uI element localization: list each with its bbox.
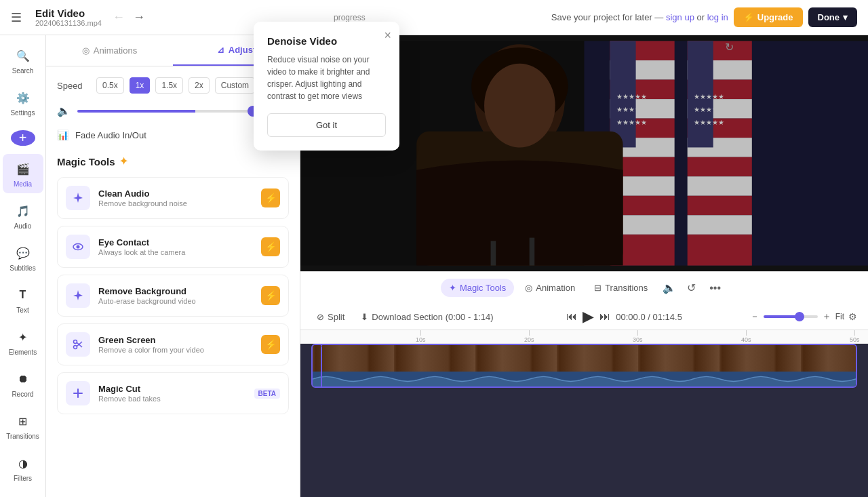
speed-1x[interactable]: 1x [130,77,151,94]
download-icon: ⬇ [361,312,368,322]
timeline-controls: ⊘ Split ⬇ Download Section (0:00 - 1:14)… [300,304,868,330]
magic-card-magic-cut[interactable]: Magic Cut Remove bad takes BETA [57,372,289,414]
upgrade-button[interactable]: ⚡ Upgrade [734,7,803,27]
denoise-modal: × Denoise Video Reduce visual noise on y… [254,22,399,151]
volume-toolbar-button[interactable]: 🔈 [658,277,680,298]
film-strip[interactable] [311,344,857,388]
eye-contact-info: Eye Contact Always look at the camera [98,237,253,256]
rewind-button[interactable]: ⏮ [566,311,577,323]
clean-audio-info: Clean Audio Remove background noise [98,188,253,207]
magic-tools-toolbar-button[interactable]: ✦ Magic Tools [441,279,514,297]
green-screen-icon [66,332,90,357]
save-text: Save your project for later — sign up or… [551,12,728,22]
sidebar-item-help[interactable]: ? [3,490,43,497]
waveform-svg [313,372,856,386]
play-button[interactable]: ▶ [583,308,594,325]
sidebar-item-label: Search [12,67,34,75]
eye-contact-name: Eye Contact [98,237,253,247]
sidebar-item-elements[interactable]: ✦ Elements [3,322,43,361]
speed-2x[interactable]: 2x [189,77,210,94]
green-screen-info: Green Screen Remove a color from your vi… [98,335,253,354]
magic-card-eye-contact[interactable]: Eye Contact Always look at the camera ⚡ [57,226,289,268]
volume-icon: 🔈 [57,104,71,117]
playhead[interactable] [317,344,326,388]
speed-1.5x[interactable]: 1.5x [155,77,183,94]
sparkle-svg [72,192,84,204]
magic-card-clean-audio[interactable]: Clean Audio Remove background noise ⚡ [57,177,289,219]
project-info: Edit Video 202406131136.mp4 [35,7,102,27]
magic-tools-icon: ✦ [449,283,456,293]
menu-icon[interactable]: ☰ [11,10,22,25]
upgrade-icon: ⚡ [265,339,277,350]
green-screen-desc: Remove a color from your video [98,346,253,354]
clean-audio-badge: ⚡ [261,188,280,207]
playhead-line [321,346,322,388]
animation-toolbar-button[interactable]: ◎ Animation [517,279,583,297]
tab-animations[interactable]: ◎ Animations [46,35,173,66]
fit-button[interactable]: Fit [835,312,844,321]
sidebar-item-text[interactable]: T Text [3,280,43,319]
split-button[interactable]: ⊘ Split [311,309,350,325]
speed-label: Speed [57,81,91,91]
got-it-button[interactable]: Got it [267,113,386,137]
transitions-icon: ⊞ [14,412,33,431]
ruler-tick-40s: 40s [741,330,751,343]
audio-icon: 🎵 [14,201,33,220]
remove-bg-info: Remove Background Auto-erase background … [98,286,253,305]
sparkle-icon: ✦ [119,155,128,167]
app: ☰ Edit Video 202406131136.mp4 ← → progre… [0,0,868,497]
animation-icon: ◎ [525,283,532,293]
sidebar-item-filters[interactable]: ◑ Filters [3,448,43,488]
magiccut-svg [72,387,84,399]
download-section-button[interactable]: ⬇ Download Section (0:00 - 1:14) [355,309,498,325]
speed-custom[interactable]: Custom [215,77,255,94]
clean-audio-icon [66,186,90,210]
magic-card-remove-bg[interactable]: Remove Background Auto-erase background … [57,275,289,317]
record-icon: ⏺ [14,370,33,389]
project-filename: 202406131136.mp4 [35,19,102,27]
sidebar-item-settings[interactable]: ⚙️ Settings [3,83,43,122]
film-frames [313,345,856,374]
sidebar-item-audio[interactable]: 🎵 Audio [3,196,43,235]
sidebar-item-record[interactable]: ⏺ Record [3,364,43,403]
refresh-icon[interactable]: ↻ [725,41,734,54]
eye-contact-badge: ⚡ [261,237,280,256]
zoom-in-button[interactable]: ＋ [822,311,831,323]
speed-0.5x[interactable]: 0.5x [96,77,124,94]
fast-forward-button[interactable]: ⏭ [599,311,610,323]
sidebar-item-transitions[interactable]: ⊞ Transitions [3,406,43,445]
sign-up-link[interactable]: sign up [666,12,694,22]
remove-bg-badge: ⚡ [261,286,280,305]
loop-toolbar-button[interactable]: ↺ [683,277,700,298]
zoom-out-button[interactable]: － [750,311,760,323]
sidebar-item-label: Record [12,391,33,398]
undo-button[interactable]: ← [110,7,127,27]
timeline-settings-button[interactable]: ⚙ [848,311,857,322]
ruler-tick-20s: 20s [524,330,534,343]
redo-button[interactable]: → [130,7,148,27]
elements-icon: ✦ [14,327,33,346]
zoom-slider[interactable] [764,315,818,318]
sidebar-item-media[interactable]: 🎬 Media [3,154,43,193]
add-media-button[interactable]: + [11,130,35,146]
nav-arrows: ← → [110,7,148,27]
magic-cut-info: Magic Cut Remove bad takes [98,384,246,403]
transitions-toolbar-button[interactable]: ⊟ Transitions [586,279,656,297]
beta-badge: BETA [254,389,280,399]
log-in-link[interactable]: log in [707,12,728,22]
sidebar-item-label: Text [16,306,28,314]
volume-slider[interactable] [77,110,258,113]
top-center: progress [156,13,543,22]
clean-audio-desc: Remove background noise [98,199,253,207]
upgrade-icon: ⚡ [265,193,277,203]
sidebar-item-subtitles[interactable]: 💬 Subtitles [3,238,43,277]
sidebar-item-label: Elements [9,349,37,356]
sidebar-item-search[interactable]: 🔍 Search [3,41,43,80]
sidebar-item-label: Settings [10,109,35,117]
media-icon: 🎬 [14,159,33,178]
modal-close-button[interactable]: × [384,28,391,43]
done-button[interactable]: Done ▾ [808,7,858,27]
more-toolbar-button[interactable]: ••• [703,278,728,298]
magic-card-green-screen[interactable]: Green Screen Remove a color from your vi… [57,323,289,365]
project-title: Edit Video [35,7,102,19]
